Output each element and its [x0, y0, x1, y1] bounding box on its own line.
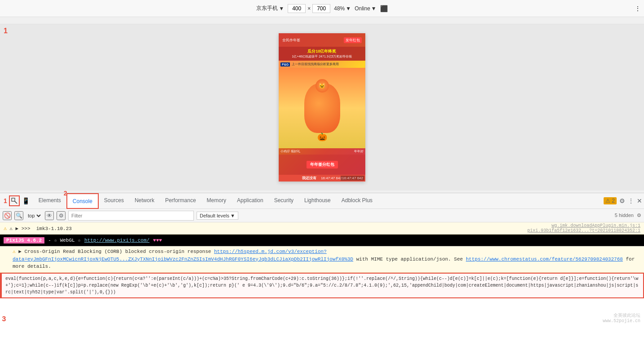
- ruler: [0, 17, 644, 24]
- width-input[interactable]: [288, 4, 306, 13]
- corb-warning-icon: ⚠: [13, 249, 16, 254]
- console-row-pixi: PixiJS 4.6.2 - ☆ WebGL ☆ http://www.pixi…: [0, 235, 644, 246]
- devtools-tab-right-controls: ⚠ 2 ⚙ ⋮ ✕: [604, 193, 642, 208]
- warning-badge: ⚠ 2: [604, 197, 617, 204]
- tab-memory[interactable]: Memory: [202, 193, 232, 208]
- pixi-middle-text: - ☆ WebGL ☆: [48, 237, 81, 243]
- inspect-element-button[interactable]: [9, 195, 20, 206]
- preview-area: 全民作年签 发年红包 瓜分10亿年终奖 1亿+46亿纸超级平 2471.3亿5万…: [0, 24, 644, 190]
- zoom-value: 48%: [334, 5, 345, 12]
- throttle-value: Online: [355, 5, 370, 12]
- height-input[interactable]: [312, 4, 330, 13]
- tab-network[interactable]: Network: [129, 193, 160, 208]
- tab-console[interactable]: 2 Console: [66, 193, 99, 209]
- console-empty-area: 3 全英彼此论坛 www.52pojie.cn: [0, 298, 644, 325]
- eye-icon[interactable]: 👁: [45, 211, 54, 220]
- phone-timestamp: 16:47:47 642: [341, 176, 364, 181]
- device-toolbar: 京东手机 ▼ × 48% ▼ Online ▼ ⬛ ⋮: [0, 0, 644, 17]
- pixi-link[interactable]: http://www.pixijs.com/: [84, 238, 149, 243]
- dimensions-controls: ×: [288, 4, 330, 13]
- phone-preview: 全民作年签 发年红包 瓜分10亿年终奖 1亿+46亿纸超级平 2471.3亿5万…: [279, 33, 365, 182]
- console-settings-icon[interactable]: ⚙: [57, 211, 66, 220]
- device-toggle-button[interactable]: 📱: [21, 195, 31, 206]
- toolbar-more[interactable]: ⋮: [635, 5, 640, 12]
- console-level-selector[interactable]: Default levels ▼: [197, 212, 238, 220]
- zoom-arrow-icon: ▼: [346, 5, 351, 12]
- devtools-icon-area: 1 📱: [2, 193, 33, 208]
- phone-character-area: 😺 🎃: [279, 68, 365, 148]
- close-devtools-icon[interactable]: ✕: [637, 197, 642, 204]
- settings-icon[interactable]: ⚙: [619, 197, 625, 204]
- console-filter-input[interactable]: [68, 211, 194, 221]
- corb-link-2[interactable]: https://www.chromestatus.com/feature/562…: [466, 257, 623, 262]
- number-label-3: 3: [2, 315, 6, 323]
- throttle-arrow-icon: ▼: [371, 5, 377, 12]
- warning-source-link-1[interactable]: wg.imk.downloadAppPlugin.min.js:1: [552, 223, 640, 228]
- console-context-select[interactable]: top: [26, 213, 42, 219]
- number-label-1: 1: [4, 197, 7, 204]
- tab-elements[interactable]: Elements: [33, 193, 66, 208]
- tab-lighthouse[interactable]: Lighthouse: [299, 193, 336, 208]
- console-output: ⚠ ⚠ ▶ >>> imk3-1.10.23 wg.imk.downloadAp…: [0, 222, 644, 341]
- pixi-badge: PixiJS 4.6.2: [4, 237, 44, 244]
- capture-screenshot-icon[interactable]: ⬛: [380, 5, 388, 12]
- tab-sources[interactable]: Sources: [99, 193, 129, 208]
- console-filter-icon[interactable]: 🔍: [14, 211, 23, 220]
- throttle-selector[interactable]: Online ▼: [355, 5, 377, 12]
- warning-source-link-2[interactable]: pixi.93b1fa5f12e1632...?t=20210118024352…: [527, 228, 640, 233]
- hidden-count: 5 hidden ⚙: [615, 213, 641, 218]
- console-row-warning-imk3: ⚠ ⚠ ▶ >>> imk3-1.10.23 wg.imk.downloadAp…: [0, 222, 644, 235]
- tab-security[interactable]: Security: [269, 193, 299, 208]
- number-label-2: 2: [64, 190, 67, 197]
- devtools-tab-bar: 1 📱 Elements 2 Console Sources: [0, 193, 644, 209]
- phone-banner: 瓜分10亿年终奖 1亿+46亿纸超级平 2471.3亿5万奖励等你领: [279, 47, 365, 61]
- svg-line-1: [15, 201, 17, 204]
- phone-bottom-bar: 年年签分红包: [279, 155, 365, 175]
- character-figure: 😺 🎃: [304, 84, 340, 133]
- zoom-selector[interactable]: 48% ▼: [334, 5, 351, 12]
- tab-performance[interactable]: Performance: [160, 193, 202, 208]
- phone-top-bar: 全民作年签 发年红包: [279, 33, 365, 47]
- console-toolbar: 🚫 🔍 top 👁 ⚙ Default levels ▼ 5 hidden ⚙: [0, 209, 644, 222]
- corb-arrow-icon[interactable]: ▶: [18, 249, 22, 254]
- console-settings-right-icon[interactable]: ⚙: [637, 213, 641, 218]
- watermark: 全英彼此论坛 www.52pojie.cn: [603, 312, 640, 323]
- clear-console-button[interactable]: 🚫: [3, 211, 12, 220]
- tab-adblock[interactable]: Adblock Plus: [336, 193, 378, 208]
- warning-text: ⚠ ▶ >>> imk3-1.10.23: [9, 226, 527, 231]
- device-selector[interactable]: 京东手机 ▼: [256, 4, 284, 12]
- pixi-hearts: ♥♥♥: [153, 238, 162, 243]
- level-arrow-icon: ▼: [230, 213, 235, 218]
- phone-content: 全民作年签 发年红包 瓜分10亿年终奖 1亿+46亿纸超级平 2471.3亿5万…: [279, 33, 365, 182]
- console-row-corb: ⚠ ▶ Cross-Origin Read Blocking (CORB) bl…: [0, 246, 644, 273]
- label-1: 1: [4, 27, 8, 35]
- more-icon: ⋮: [635, 5, 640, 12]
- device-arrow-icon: ▼: [279, 5, 284, 12]
- tab-application[interactable]: Application: [232, 193, 269, 208]
- device-name: 京东手机: [256, 4, 278, 12]
- more-tabs-icon[interactable]: ⋮: [628, 197, 634, 204]
- times-separator: ×: [307, 5, 311, 12]
- svg-rect-0: [12, 198, 15, 201]
- console-row-eval: eval(function(p,a,c,k,e,d){e=function(c)…: [0, 273, 644, 298]
- warning-icon: ⚠: [4, 225, 7, 232]
- devtools-panel: 1 1 📱 Elements 2 Console: [0, 193, 644, 341]
